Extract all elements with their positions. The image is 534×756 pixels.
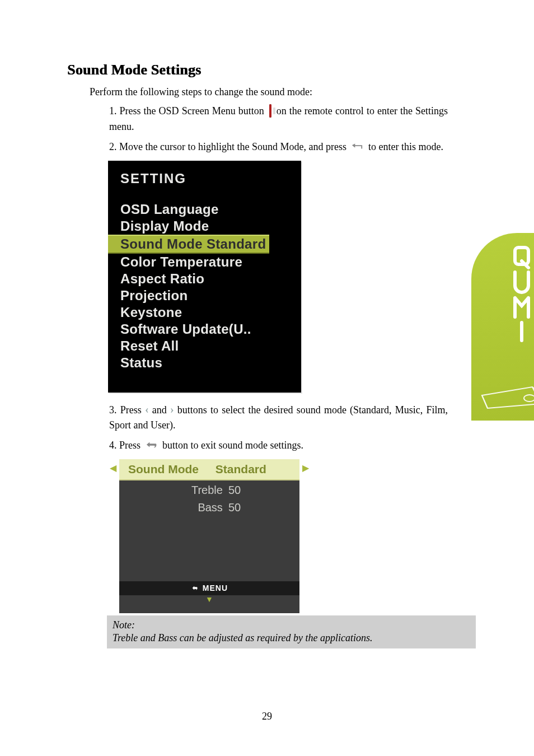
submenu-header-label: Sound Mode	[128, 463, 212, 476]
step-2-text-b: to enter this mode.	[368, 141, 443, 152]
step-3: 3. Press ‹ and › buttons to select the d…	[109, 402, 448, 432]
submenu-row-value: 50	[228, 484, 241, 496]
step-2: 2. Move the cursor to highlight the Soun…	[109, 139, 448, 155]
note-title: Note:	[113, 619, 470, 632]
step-2-text-a: 2. Move the cursor to highlight the Soun…	[109, 141, 349, 152]
step-3-text-b: and	[152, 404, 170, 416]
setting-item[interactable]: Keystone	[108, 304, 301, 321]
step-4-text-b: button to exit sound mode settings.	[162, 440, 303, 451]
setting-item[interactable]: Aspect Ratio	[108, 270, 301, 287]
setting-item[interactable]: Color Temperature	[108, 254, 301, 270]
step-3-text-a: 3. Press	[109, 404, 145, 416]
step-4-text-a: 4. Press	[109, 440, 143, 451]
setting-panel-items: OSD LanguageDisplay ModeSound Mode Stand…	[108, 201, 301, 371]
brand-logo	[471, 244, 534, 347]
submenu-header-value: Standard	[216, 463, 266, 475]
left-chevron-icon: ‹	[145, 403, 149, 416]
submenu-header[interactable]: Sound Mode Standard	[119, 459, 299, 480]
section-heading: Sound Mode Settings	[67, 62, 448, 78]
submenu-right-arrow-icon: ▶	[299, 459, 312, 613]
setting-item[interactable]: Reset All	[108, 338, 301, 354]
setting-panel: SETTING OSD LanguageDisplay ModeSound Mo…	[108, 161, 301, 393]
setting-item[interactable]: OSD Language	[108, 201, 301, 218]
projector-illustration	[479, 370, 534, 415]
step-1-text-a: 1. Press the OSD Screen Menu button	[109, 105, 267, 116]
setting-item[interactable]: Projection	[108, 287, 301, 304]
setting-item[interactable]: Software Update(U..	[108, 321, 301, 338]
setting-item[interactable]: Sound Mode Standard	[108, 235, 269, 254]
submenu-left-arrow-icon: ◀	[107, 459, 119, 613]
enter-icon	[351, 139, 363, 154]
setting-item[interactable]: Display Mode	[108, 218, 301, 235]
setting-panel-title: SETTING	[120, 171, 301, 186]
submenu-row[interactable]: Bass50	[119, 498, 299, 515]
back-icon	[146, 438, 158, 453]
intro-text: Perform the following steps to change th…	[90, 86, 448, 98]
submenu-row-label: Bass	[178, 501, 223, 514]
submenu-row-value: 50	[228, 501, 241, 514]
step-4: 4. Press button to exit sound mode setti…	[109, 438, 448, 454]
svg-point-3	[524, 395, 534, 402]
page-number: 29	[0, 711, 534, 722]
submenu-down-arrow-icon: ▼	[119, 595, 299, 603]
submenu-row[interactable]: Treble50	[119, 480, 299, 498]
step-1: 1. Press the OSD Screen Menu button on t…	[109, 104, 448, 134]
osd-menu-icon	[269, 104, 271, 118]
submenu-panel: ◀ Sound Mode Standard Treble50Bass50 MEN…	[107, 459, 448, 613]
submenu-footer-label: MENU	[203, 584, 228, 592]
submenu-footer[interactable]: MENU	[119, 581, 299, 595]
return-icon	[191, 584, 199, 594]
submenu-row-label: Treble	[178, 484, 223, 497]
note-text: Treble and Bass can be adjusted as requi…	[113, 632, 470, 645]
brand-tab	[471, 233, 534, 421]
note-box: Note: Treble and Bass can be adjusted as…	[107, 615, 476, 648]
right-chevron-icon: ›	[170, 403, 174, 416]
setting-item[interactable]: Status	[108, 354, 301, 371]
